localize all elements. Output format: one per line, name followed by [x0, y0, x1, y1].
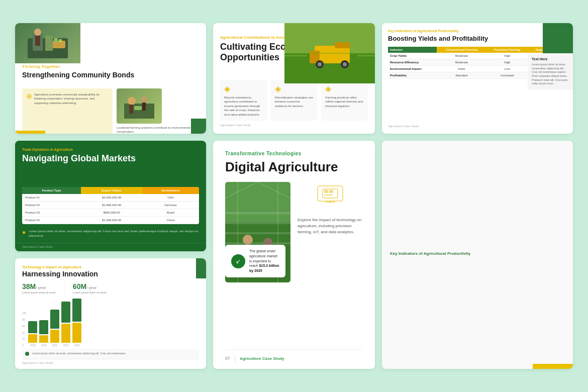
svg-rect-22 — [335, 42, 350, 48]
table-row: Product 02 $1,980,000.00 Germany — [22, 202, 199, 209]
slide4-title: Navigating Global Markets — [22, 153, 199, 164]
svg-rect-57 — [329, 190, 333, 193]
table-header-dest: Destinations — [142, 187, 199, 194]
bar-group-2023: 2023 — [72, 299, 81, 347]
svg-rect-31 — [225, 232, 290, 234]
table-row: Product 03 $880,908.00 Brazil — [22, 209, 199, 217]
svg-rect-13 — [134, 106, 142, 110]
slide1-desc2: Localized farming practices contribute t… — [117, 126, 199, 134]
slide6-footer: Agriculture Case Study — [22, 359, 199, 364]
y-axis: 100 80 60 40 20 0 — [22, 312, 26, 347]
slide5-description: Explore the impact of technology on agri… — [298, 217, 363, 235]
bar-chart: 100 80 60 40 20 0 2019 2020 — [22, 299, 199, 347]
svg-rect-7 — [59, 39, 62, 42]
slide5-overlay: ↙ The global smart agriculture market is… — [225, 245, 285, 277]
svg-rect-58 — [324, 194, 333, 196]
table-header-export: Export Values — [81, 187, 142, 194]
slide-community-bonds: Thriving Together Strengthening Communit… — [15, 23, 206, 134]
overlay-icon: ↙ — [231, 254, 245, 268]
slide-continuation: Key Indicators of Agricultural Productiv… — [382, 141, 573, 369]
svg-rect-32 — [225, 242, 290, 244]
footer-label: Agriculture Case Study — [240, 356, 284, 361]
table-header-precision: Precision Farming — [486, 47, 528, 53]
slide7-subtitle: Key Indicators of Agricultural Productiv… — [390, 251, 565, 256]
slide-digital-agriculture: Transformative Technologies Digital Agri… — [213, 141, 375, 369]
slide1-green-corner — [191, 119, 206, 134]
technology-icon — [298, 182, 363, 210]
slide5-right-panel: Explore the impact of technology on agri… — [298, 182, 363, 345]
slide1-title: Strengthening Community Bonds — [22, 71, 199, 79]
stat2: 60M/ year Lorem ipsum dolor sit amet. — [73, 282, 107, 295]
slide-innovation: Technology's Impact on Agriculture Harne… — [15, 258, 206, 369]
slide5-greenhouse-photo: ↙ The global smart agriculture market is… — [225, 182, 290, 282]
slide1-photo — [15, 23, 80, 63]
svg-point-11 — [141, 96, 147, 103]
slide7-yellow-bottom — [533, 364, 573, 369]
bar-group-2019: 2019 — [28, 321, 37, 347]
slide3-title: Boosting Yields and Profitability — [388, 35, 567, 43]
bar-group-2022: 2022 — [61, 302, 70, 347]
svg-rect-29 — [225, 212, 290, 214]
slide5-title: Digital Agriculture — [225, 159, 363, 175]
svg-rect-12 — [142, 103, 146, 111]
slide6-green-accent — [196, 258, 206, 278]
page-number: 07 — [225, 356, 230, 361]
table-header-product: Product Type — [22, 187, 81, 194]
svg-point-39 — [243, 235, 253, 245]
svg-rect-6 — [54, 38, 58, 42]
slide-yields: Key Indicators of Agricultural Productiv… — [382, 23, 573, 134]
slide2-card3: ◈ Farming practices often reflect region… — [321, 80, 368, 121]
slide4-footer: Agriculture Case Study — [15, 243, 206, 251]
svg-rect-4 — [35, 36, 40, 46]
card1-icon: ◈ — [224, 84, 263, 93]
bar-group-2020: 2020 — [39, 320, 48, 347]
slide2-footer: Agriculture Case Study — [220, 121, 368, 127]
slide1-subtitle: Thriving Together — [22, 64, 199, 69]
overlay-text: The global smart agriculture market is e… — [249, 249, 279, 273]
svg-rect-52 — [318, 186, 343, 201]
card3-icon: ◈ — [325, 84, 364, 93]
table-header-conventional: Conventional Farming — [437, 47, 486, 53]
slide6-stats: 38M/ year Lorem ipsum dolor sit amet. 60… — [22, 282, 199, 295]
slide6-subtitle: Technology's Impact on Agriculture — [22, 265, 199, 269]
bullet-icon: ● — [22, 229, 26, 235]
slide4-subtitle: Trade Dynamics in Agriculture — [22, 148, 199, 151]
svg-rect-8 — [124, 104, 154, 119]
slide2-card1: ◈ Beyond subsistence, agriculture contri… — [220, 80, 267, 121]
table-row: Product 01 $2,000,000.00 USA — [22, 194, 199, 202]
legend-dot — [25, 352, 29, 356]
slide-grid: Thriving Together Strengthening Communit… — [15, 23, 573, 369]
slide2-card2: ◈ Diversification strategies can enhance… — [271, 80, 318, 121]
slide4-description: ● Lorem ipsum dolor sit amet, consectetu… — [15, 229, 206, 243]
slide3-green-corner — [543, 23, 573, 53]
slide5-subtitle: Transformative Technologies — [225, 151, 363, 156]
slide3-footer: Agriculture Case Study — [388, 123, 567, 128]
table-row: Product 04 $1,480,000.00 China — [22, 217, 199, 224]
slide-economic: Agricultural Contributions to Income Cul… — [213, 23, 375, 134]
stat1: 38M/ year Lorem ipsum dolor sit amet. — [22, 282, 56, 295]
slide1-yellow-bar — [15, 131, 45, 134]
slide5-footer: 07 | Agriculture Case Study — [225, 349, 363, 362]
svg-rect-10 — [129, 105, 133, 114]
slide1-photo2 — [117, 88, 162, 124]
slide6-title: Harnessing Innovation — [22, 270, 199, 278]
svg-rect-2 — [45, 36, 53, 51]
slide2-photo — [284, 23, 375, 83]
svg-point-9 — [128, 97, 136, 105]
slide3-subtitle: Key Indicators of Agricultural Productiv… — [388, 29, 567, 33]
slide1-description: ⊕ Agriculture promotes community sustain… — [22, 88, 113, 134]
svg-rect-56 — [324, 190, 328, 193]
slide4-table-area: Product Type Export Values Destinations … — [22, 187, 199, 224]
slide7-content: Key Indicators of Agricultural Productiv… — [390, 149, 565, 361]
table-header-indicator: Indicator — [388, 47, 437, 53]
slide3-box: Text Here Lorem ipsum dolor sit amet, co… — [528, 53, 573, 90]
slide-markets: Trade Dynamics in Agriculture Navigating… — [15, 141, 206, 251]
slide6-legend: Lorem ipsum dolor sit amet, consectetur … — [22, 349, 199, 359]
svg-point-21 — [343, 62, 347, 66]
svg-rect-30 — [225, 222, 290, 224]
slide4-table: Product Type Export Values Destinations … — [22, 187, 199, 224]
svg-point-3 — [34, 29, 41, 36]
svg-point-19 — [318, 62, 322, 66]
card2-icon: ◈ — [275, 84, 314, 93]
bar-group-2021: 2021 — [50, 310, 59, 347]
